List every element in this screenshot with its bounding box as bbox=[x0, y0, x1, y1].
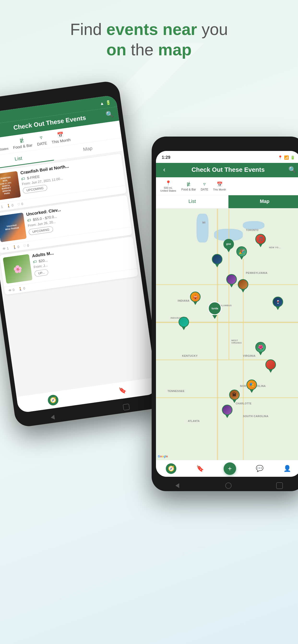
map-pin-14[interactable]: 🎭 bbox=[246, 380, 258, 394]
front-nav-explore[interactable]: 🧭 bbox=[166, 463, 176, 474]
pin-tail-10 bbox=[259, 352, 262, 355]
back-nav-bookmark[interactable]: 🔖 bbox=[118, 386, 127, 394]
back-nav-explore[interactable]: 🧭 bbox=[47, 394, 59, 406]
uncorked-attendees: 🚶 0 bbox=[12, 245, 20, 250]
front-tab-bar: List Map bbox=[156, 195, 298, 209]
map-pin-1[interactable] bbox=[211, 254, 223, 268]
compass-icon-front: 🧭 bbox=[166, 463, 176, 474]
map-pin-8[interactable] bbox=[178, 317, 190, 331]
front-recent-btn[interactable] bbox=[276, 482, 283, 489]
front-tab-map[interactable]: Map bbox=[228, 195, 298, 208]
map-pin-turda[interactable]: turda bbox=[208, 302, 221, 319]
pin-tail-12 bbox=[232, 400, 236, 403]
person-icon-2: 🚶 bbox=[12, 245, 17, 250]
road-i75 bbox=[217, 209, 218, 460]
calendar-icon: 📅 bbox=[57, 131, 64, 138]
pin-tail-1 bbox=[215, 264, 219, 268]
map-pin-4[interactable]: 🎵 bbox=[255, 234, 266, 248]
pin-img-8 bbox=[179, 317, 189, 327]
adults-attendees: 🚶 0 bbox=[18, 286, 26, 291]
pin-turda-tail bbox=[212, 315, 217, 319]
price-tag-icon: 🏷 bbox=[21, 176, 25, 181]
price-tag-icon-2: 🏷 bbox=[27, 218, 31, 222]
pin-tail-8 bbox=[182, 327, 186, 330]
home-square-btn bbox=[123, 404, 130, 410]
price-tag-icon-3: 🏷 bbox=[33, 260, 37, 264]
front-filter-location[interactable]: 📍 500 mi, United States bbox=[160, 180, 177, 192]
front-filter-food[interactable]: ⋭ Food & Bar bbox=[181, 181, 196, 191]
front-location-label: 500 mi, United States bbox=[160, 186, 177, 192]
crawfish-attendees: 🚶 0 bbox=[6, 203, 14, 208]
back-filter-location[interactable]: 📍 si, United States bbox=[0, 140, 9, 153]
map-pin-12[interactable]: 🏛 bbox=[228, 390, 240, 404]
home-btn[interactable] bbox=[122, 403, 130, 411]
chat-icon: 💬 bbox=[256, 465, 263, 472]
pin-tail-9 bbox=[276, 307, 280, 310]
phone-back: ● ▲ 🔋 Check Out These Events 🔍 bbox=[0, 80, 164, 428]
compass-icon: 🧭 bbox=[47, 394, 59, 406]
front-nav-add[interactable]: + bbox=[224, 462, 236, 475]
back-arrow-btn bbox=[50, 415, 55, 420]
crawfish-img-text: CRAWFISHBOILJUNE 27, 2021NORTHMARKETBRID… bbox=[0, 176, 13, 196]
search-icon[interactable]: 🔍 bbox=[105, 110, 114, 118]
search-icon-front[interactable]: 🔍 bbox=[288, 166, 296, 174]
back-status-icons-right: ▲ 🔋 bbox=[100, 100, 111, 106]
front-status-time: 1:29 bbox=[162, 155, 170, 160]
hero-find: Find bbox=[70, 20, 106, 38]
pin-img-13 bbox=[222, 405, 232, 415]
map-pin-3[interactable]: give bbox=[223, 239, 235, 253]
map-pin-10[interactable]: 🌺 bbox=[255, 342, 266, 356]
back-date-label: DATE bbox=[37, 141, 48, 146]
state-label-tennessee: TENNESSEE bbox=[168, 390, 185, 392]
back-filter-food[interactable]: ⋭ Food & Bar bbox=[12, 136, 33, 150]
pin-img-10: 🌺 bbox=[255, 342, 266, 352]
pin-tail-7 bbox=[193, 302, 197, 305]
state-label-virginia: VIRGINIA bbox=[243, 354, 255, 357]
front-month-label: This Month bbox=[213, 188, 226, 191]
pin-img-12: 🏛 bbox=[229, 390, 240, 400]
front-nav-profile[interactable]: 👤 bbox=[283, 465, 291, 472]
state-label-toronto: Toronto bbox=[246, 229, 258, 232]
pin-img-1 bbox=[212, 254, 222, 264]
pin-tail-13 bbox=[225, 415, 229, 418]
front-tab-list[interactable]: List bbox=[156, 195, 228, 208]
front-nav-bookmark[interactable]: 🔖 bbox=[196, 465, 204, 472]
map-pin-7[interactable]: 🎪 bbox=[189, 292, 201, 306]
phone-front: 1:29 📍 📶 🔋 ‹ Check Out These Events 🔍 bbox=[152, 136, 298, 491]
front-nav-chat[interactable]: 💬 bbox=[256, 465, 263, 472]
back-btn[interactable] bbox=[49, 413, 57, 422]
phone-back-screen: ● ▲ 🔋 Check Out These Events 🔍 bbox=[0, 95, 158, 413]
pin-tail-5 bbox=[241, 289, 245, 292]
front-back-btn[interactable] bbox=[174, 482, 181, 489]
road-i64 bbox=[156, 360, 272, 360]
eye-icon: 👁 bbox=[0, 205, 0, 210]
pin-img-9: 🍷 bbox=[272, 296, 283, 307]
map-pin-2[interactable]: 🎉 bbox=[236, 246, 248, 261]
map-pin-5[interactable] bbox=[237, 279, 249, 294]
front-home-btn[interactable] bbox=[225, 482, 232, 489]
battery-icon: 🔋 bbox=[105, 100, 111, 106]
back-arrow-icon[interactable]: ‹ bbox=[161, 166, 168, 174]
back-filter-date[interactable]: ▿ DATE bbox=[36, 134, 47, 146]
person-profile-icon: 👤 bbox=[283, 465, 291, 472]
back-filter-month[interactable]: 📅 This Month bbox=[50, 130, 71, 145]
front-home-circle-btn bbox=[225, 482, 232, 489]
back-location-label: si, United States bbox=[0, 146, 9, 153]
front-recent-square-btn bbox=[276, 482, 283, 489]
map-pin-6[interactable] bbox=[226, 274, 238, 288]
front-filter-month[interactable]: 📅 This Month bbox=[213, 181, 226, 191]
front-map-view[interactable]: MI Toronto NEW YO... INDIANA Indianapoli… bbox=[156, 209, 298, 460]
grid-icon-front: ⋭ bbox=[187, 181, 191, 187]
hero-events-near: events near bbox=[106, 20, 197, 38]
state-label-pennsylvania: PENNSYLVANIA bbox=[246, 272, 267, 274]
signal-icon: ▲ bbox=[100, 100, 105, 106]
road-i40 bbox=[156, 397, 298, 398]
map-pin-11[interactable] bbox=[265, 360, 277, 374]
person-icon-3: 🚶 bbox=[18, 286, 23, 291]
map-pin-13[interactable] bbox=[221, 405, 233, 419]
front-filter-date[interactable]: ▿ DATE bbox=[201, 181, 208, 191]
person-icon: 🚶 bbox=[6, 204, 11, 208]
map-pin-9[interactable]: 🍷 bbox=[272, 296, 284, 311]
add-button[interactable]: + bbox=[224, 462, 236, 475]
front-header-title: Check Out These Events bbox=[168, 166, 288, 174]
